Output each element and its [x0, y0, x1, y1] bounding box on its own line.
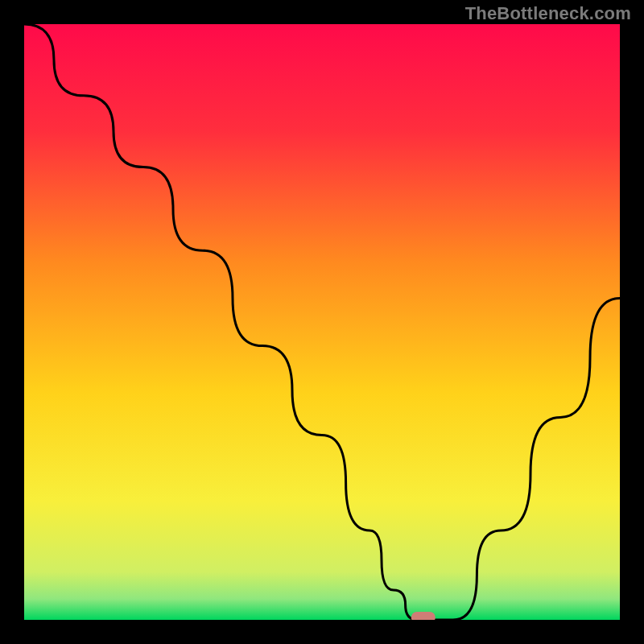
- plot-area: [24, 24, 620, 620]
- watermark-text: TheBottleneck.com: [465, 3, 631, 24]
- optimal-point-marker: [411, 612, 436, 620]
- chart-stage: TheBottleneck.com: [0, 0, 644, 644]
- bottleneck-chart: [24, 24, 620, 620]
- gradient-background: [24, 24, 620, 620]
